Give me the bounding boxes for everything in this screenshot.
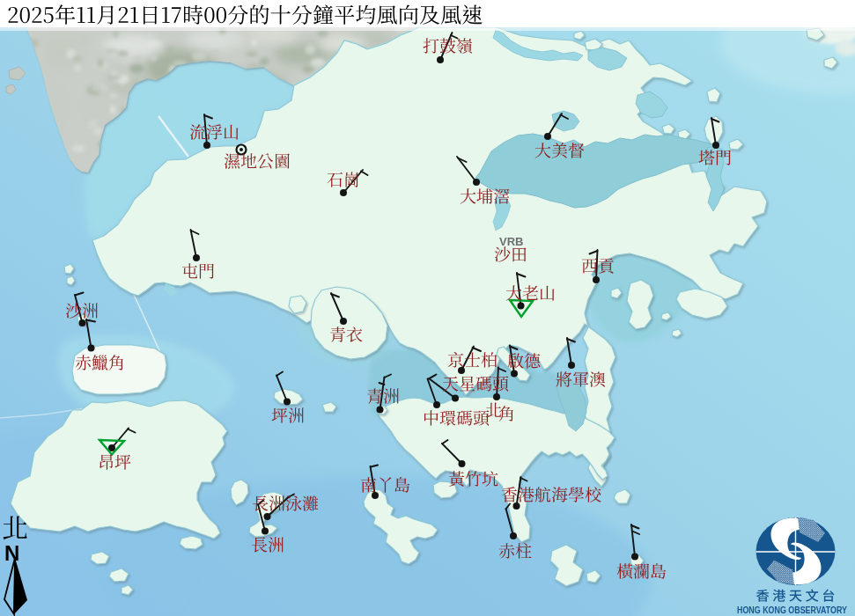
svg-text:HONG KONG OBSERVATORY: HONG KONG OBSERVATORY bbox=[737, 605, 848, 615]
svg-text:VRB: VRB bbox=[499, 235, 523, 248]
svg-text:N: N bbox=[4, 541, 19, 565]
